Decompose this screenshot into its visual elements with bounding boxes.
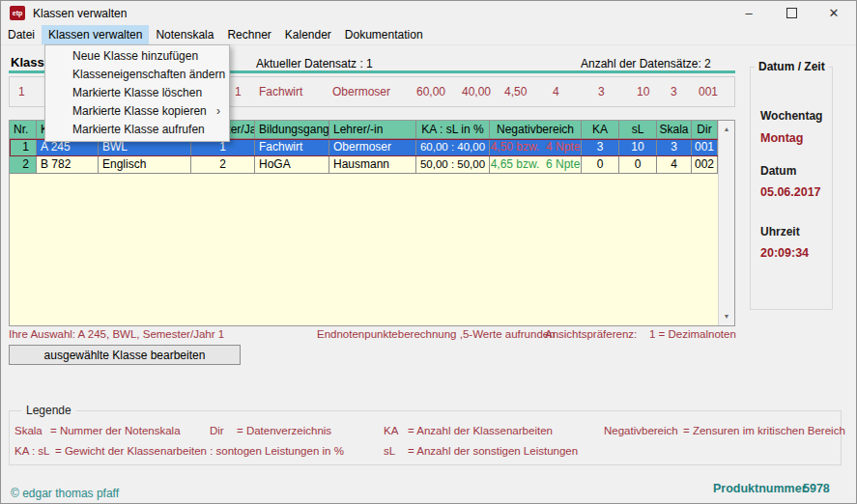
record-value: 001 [699, 85, 718, 98]
legend-term: KA [384, 425, 398, 436]
edit-class-button[interactable]: ausgewählte Klasse bearbeiten [9, 345, 241, 365]
weekday-label: Wochentag [760, 109, 822, 123]
legend-title: Legende [21, 404, 76, 417]
title-bar: etp Klassen verwalten – ✕ [1, 1, 856, 25]
legend-definition: = Datenverzeichnis [237, 425, 331, 436]
weekday-value: Montag [760, 131, 803, 145]
menu-item-kalender[interactable]: Kalender [278, 25, 338, 44]
menu-item-klasse-loeschen[interactable]: Markierte Klasse löschen [45, 84, 229, 102]
table-cell: 0 [582, 156, 619, 174]
menu-bar: Datei Klassen verwalten Notenskala Rechn… [1, 25, 856, 45]
legend-term: Skala [14, 425, 43, 436]
selection-info: Ihre Auswahl: A 245, BWL, Semester/Jahr … [9, 328, 224, 340]
datetime-title: Datum / Zeit [755, 60, 829, 73]
table-cell: HoGA [255, 156, 329, 174]
record-value: 40,00 [462, 85, 491, 98]
window-title: Klassen verwalten [33, 7, 127, 20]
classes-table: Nr. Klasse Fach Semester/Jahr Bildungsga… [9, 120, 735, 326]
menu-item-dokumentation[interactable]: Dokumentation [338, 25, 430, 44]
menu-item-klasse-kopieren[interactable]: Markierte Klasse kopieren › [45, 102, 229, 121]
header-cell-lehrer: Lehrer/-in [329, 121, 416, 139]
scroll-up-icon[interactable]: ▲ [719, 122, 734, 137]
legend-box: Legende Skala = Nummer der Notenskala Di… [9, 410, 842, 465]
header-cell-dir: Dir [692, 121, 718, 139]
calculation-info: Endnotenpunkteberechnung ,5-Werte aufrun… [317, 328, 556, 340]
menu-item-eigenschaften-aendern[interactable]: Klasseneigenschaften ändern [45, 66, 229, 84]
time-label: Uhrzeit [760, 225, 800, 238]
table-cell: 3 [582, 139, 619, 156]
record-count-label: Anzahl der Datensätze: [581, 57, 701, 70]
table-cell: 002 [692, 156, 718, 174]
menu-item-neue-klasse[interactable]: Neue Klasse hinzufügen [45, 47, 229, 66]
legend-definition: = Anzahl der Klassenarbeiten [408, 425, 553, 436]
table-scrollbar[interactable]: ▲ ▼ [718, 121, 734, 325]
product-number-label: Produktnummer [713, 482, 807, 495]
close-icon: ✕ [829, 6, 840, 20]
menu-item-klassen-verwalten[interactable]: Klassen verwalten [42, 25, 149, 44]
header-cell-nr: Nr. [10, 121, 37, 139]
date-value: 05.06.2017 [760, 185, 821, 199]
legend-term: KA : sL [14, 445, 49, 457]
menu-item-rechner[interactable]: Rechner [220, 25, 277, 44]
header-cell-ka: KA [582, 121, 619, 139]
record-value: 1 [18, 85, 25, 98]
maximize-icon [786, 8, 797, 18]
klassen-verwalten-dropdown: Neue Klasse hinzufügen Klasseneigenschaf… [44, 44, 230, 142]
scroll-down-icon[interactable]: ▼ [719, 309, 734, 324]
header-cell-sl: sL [619, 121, 657, 139]
record-count-value: 2 [704, 57, 711, 70]
datetime-panel: Datum / Zeit Wochentag Montag Datum 05.0… [750, 67, 833, 310]
record-value: Obermoser [332, 85, 390, 98]
table-cell: Obermoser [329, 139, 416, 156]
table-cell: 0 [619, 156, 657, 174]
legend-definition: = Gewicht der Klassenarbeiten : sontogen… [55, 445, 344, 457]
window-controls: – ✕ [728, 1, 855, 25]
table-cell-negativ: 4,65 bzw. 6 Npte [490, 156, 582, 174]
record-value: Fachwirt [259, 85, 302, 98]
record-value: 10 [637, 85, 649, 98]
current-record-label: Aktueller Datensatz : 1 [256, 57, 373, 70]
header-cell-bildungsgang: Bildungsgang [255, 121, 329, 139]
table-cell: Hausmann [329, 156, 416, 174]
table-cell: Englisch [99, 156, 191, 174]
record-value: 3 [598, 85, 605, 98]
record-value: 60,00 [416, 85, 445, 98]
table-cell: B 782 [37, 156, 99, 174]
legend-term: sL [384, 445, 395, 457]
close-button[interactable]: ✕ [813, 1, 855, 25]
table-cell: 001 [692, 139, 718, 156]
view-preference-info: Ansichtspräferenz: 1 = Dezimalnoten [545, 328, 736, 340]
record-value: 3 [671, 85, 677, 98]
header-cell-ka-sl: KA : sL in % [416, 121, 490, 139]
table-cell: 1 [10, 139, 37, 156]
menu-item-label: Markierte Klasse kopieren [72, 104, 207, 118]
legend-term: Dir [210, 425, 224, 436]
menu-item-notenskala[interactable]: Notenskala [149, 25, 220, 44]
legend-definition: = Anzahl der sonstigen Leistungen [408, 445, 578, 457]
legend-definition: = Nummer der Notenskala [50, 425, 181, 436]
date-label: Datum [760, 164, 796, 178]
copyright-text: © edgar thomas pfaff [11, 487, 119, 500]
header-cell-skala: Skala [657, 121, 692, 139]
table-cell: 3 [657, 139, 692, 156]
table-cell: 10 [619, 139, 657, 156]
header-cell-negativbereich: Negativbereich [490, 121, 582, 139]
product-number-value: 5978 [803, 482, 830, 495]
record-value: 4,50 [504, 85, 527, 98]
table-cell: 2 [191, 156, 255, 174]
submenu-arrow-icon: › [216, 102, 220, 121]
app-window: etp Klassen verwalten – ✕ Datei Klassen … [0, 0, 857, 504]
table-cell: Fachwirt [255, 139, 329, 156]
table-cell: 2 [10, 156, 37, 174]
table-cell: 60,00 : 40,00 [416, 139, 490, 156]
table-cell: 4 [657, 156, 692, 174]
record-value: 1 [235, 85, 242, 98]
menu-item-klasse-aufrufen[interactable]: Markierte Klasse aufrufen [45, 121, 229, 139]
legend-term: Negativbereich [604, 425, 678, 436]
table-cell: 50,00 : 50,00 [416, 156, 490, 174]
table-row[interactable]: 2 B 782 Englisch 2 HoGA Hausmann 50,00 :… [10, 156, 734, 174]
menu-item-datei[interactable]: Datei [1, 25, 42, 44]
maximize-button[interactable] [770, 1, 813, 25]
minimize-icon: – [745, 6, 752, 20]
minimize-button[interactable]: – [728, 1, 770, 25]
